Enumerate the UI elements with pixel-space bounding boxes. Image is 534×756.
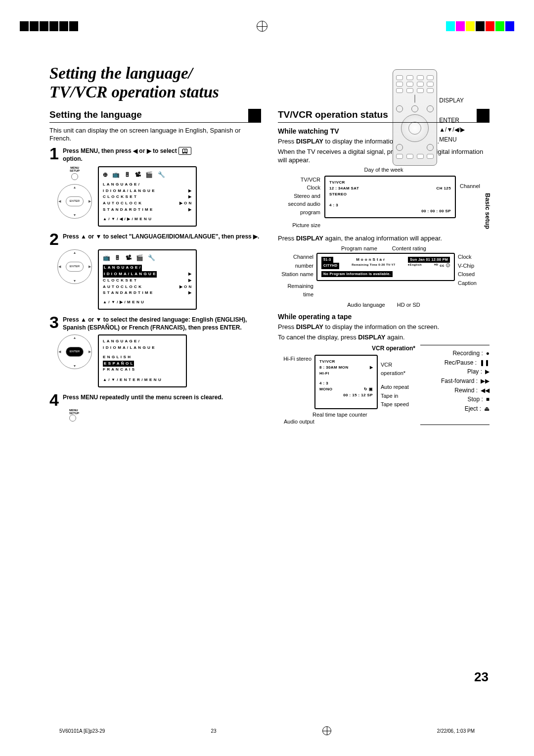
tv-info-box-2: 51-3 M o o n S t a r Sun Jan 01 12:00 PM… [316, 253, 455, 282]
heading-language: Setting the language [49, 109, 261, 123]
registration-mark-icon [322, 726, 331, 735]
label-menu: MENU [439, 136, 465, 144]
menu-setup-button: MENU SETUP ▲▼◀▶ ENTER [57, 166, 92, 219]
step-1: 1 Press MENU, then press ◀ or ▶ to selec… [49, 146, 261, 163]
ff-icon: ▶▶ [481, 378, 490, 385]
heading-tvvcr: TV/VCR operation status [278, 109, 490, 123]
step-2: 2 Press ▲ or ▼ to select "LANGUAGE/IDIOM… [49, 232, 261, 247]
label-arrows: ▲/▼/◀/▶ [439, 126, 465, 134]
label-display: DISPLAY [439, 97, 465, 105]
timestamp: 2/22/06, 1:03 PM [437, 728, 475, 734]
doc-code: 5V60101A [E]p23-29 [59, 728, 105, 734]
color-bars [446, 21, 514, 31]
osd-screen-2: 📺 🎚 📽 🎬 🔧 L A N G U A G E / I D I O M A … [98, 249, 197, 310]
black-bars [20, 21, 78, 31]
page-number: 23 [474, 669, 489, 686]
d-pad-icon: ▲▼◀▶ ENTER [57, 249, 92, 284]
stop-icon: ■ [486, 396, 490, 404]
display-diagram-1: Day of the week TV/VCR Clock Stereo and … [278, 166, 490, 229]
osd-screen-1: ⊕ 📺 🎚 📽 🎬 🔧 L A N G U A G E / I D I O M … [98, 166, 197, 227]
osd-screen-3: L A N G U A G E / I D I O M A / L A N G … [98, 334, 187, 387]
display-diagram-3: VCR operation* Hi-Fi stereo TV/VCR 8 : 3… [278, 345, 490, 425]
registration-mark-icon [257, 21, 267, 32]
step-3: 3 Press ▲ or ▼ to select the desired lan… [49, 315, 261, 331]
play-icon: ▶ [485, 368, 490, 376]
intro-text: This unit can display the on screen lang… [49, 127, 261, 143]
col-left: Setting the language This unit can displ… [49, 109, 261, 425]
rewind-icon: ◀◀ [481, 387, 490, 395]
footer: 5V60101A [E]p23-29 23 2/22/06, 1:03 PM [0, 726, 534, 735]
tv-info-box-1: TV/VCR 12 : 34AM SATCH 125 STEREO 4 : 3 … [324, 176, 456, 218]
record-icon: ● [486, 350, 490, 358]
crop-marks [0, 19, 534, 34]
d-pad-icon: ▲▼◀▶ ENTER [57, 184, 92, 219]
osd-tab-icon: 🕮 [178, 147, 191, 155]
eject-icon: ⏏ [484, 405, 490, 413]
pause-icon: ❚❚ [480, 359, 490, 367]
vcr-info-box: TV/VCR 8 : 30AM MON▶ HI-FI 4 : 3 MONO↻ ▣… [314, 355, 378, 409]
menu-setup-button: MENU SETUP [69, 409, 261, 424]
display-diagram-2: Program nameContent rating Channel numbe… [278, 245, 490, 309]
vcr-operation-legend: Recording :● Rec/Pause :❚❚ Play :▶ Fast-… [420, 345, 490, 425]
d-pad-icon: ▲▼◀▶ ENTER [57, 334, 92, 369]
manual-page: DISPLAY ENTER ▲/▼/◀/▶ MENU Setting the l… [0, 0, 534, 756]
subhead-tape: While operating a tape [278, 312, 490, 321]
step-4: 4 Press MENU repeatedly until the menu s… [49, 392, 261, 408]
